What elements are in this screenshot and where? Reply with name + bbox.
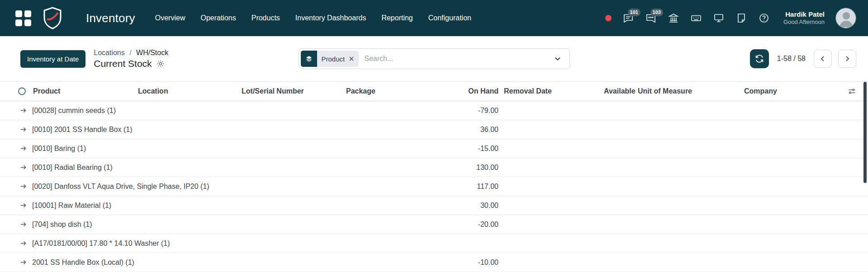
column-header-product[interactable]: Product [33,87,60,95]
table-row[interactable]: 2001 SS Handle Box (Local) (1) -10.00 [0,253,868,272]
search-facet: Product [301,51,359,67]
inventory-at-date-button[interactable]: Inventory at Date [20,50,85,68]
top-navbar: Inventory Overview Operations Products I… [0,0,868,36]
refresh-button[interactable] [750,49,769,68]
select-all-checkbox[interactable] [18,88,26,95]
menu-item-overview[interactable]: Overview [154,11,186,25]
product-cell: [00028] cummin seeds (1) [32,107,116,115]
settings-gear-icon[interactable] [157,60,165,68]
menu-item-configuration[interactable]: Configuration [427,11,472,25]
apps-grid-icon[interactable] [15,10,31,26]
pager-previous-button[interactable] [814,50,832,68]
menu-item-products[interactable]: Products [251,11,281,25]
user-menu[interactable]: Hardik Patel Good Afternoon [783,10,825,26]
recording-indicator[interactable] [605,15,612,21]
user-name: Hardik Patel [783,10,825,19]
column-header-unit-of-measure[interactable]: Unit of Measure [638,87,692,95]
product-cell: [0010] 2001 SS Handle Box (1) [32,126,132,134]
column-header-removal-date[interactable]: Removal Date [504,87,552,95]
product-cell: [0020] Danfoss VLT Aqua Drive, Single Ph… [32,183,209,191]
facet-remove-icon[interactable] [349,56,354,61]
search-dropdown-toggle[interactable] [548,51,568,67]
arrow-right-icon[interactable] [20,240,27,247]
vertical-scrollbar-thumb[interactable] [863,82,867,183]
sliders-icon [848,87,856,96]
column-header-on-hand[interactable]: On Hand [468,87,498,95]
on-hand-cell: -79.00 [478,107,498,115]
search-input[interactable] [359,55,547,63]
activities-count-badge: 103 [650,9,663,16]
on-hand-cell: -15.00 [478,145,498,153]
product-cell: [704] shop dish (1) [32,220,92,229]
table-row[interactable]: [A17/0181/00/00] 17.80 * 14.10 Washer (1… [0,234,868,253]
arrow-right-icon[interactable] [20,259,27,266]
column-header-available[interactable]: Available [604,87,636,95]
arrow-right-icon[interactable] [20,164,27,171]
page-title: Current Stock [94,58,152,69]
pager-next-button[interactable] [838,50,856,68]
breadcrumb: Locations / WH/Stock [94,49,168,57]
table-header: Product Location Lot/Serial Number Packa… [0,81,868,101]
table-row[interactable]: [10001] Raw Material (1) 30.00 [0,196,868,215]
on-hand-cell: 130.00 [476,164,498,172]
on-hand-cell: 36.00 [480,126,498,134]
arrow-right-icon[interactable] [20,107,27,114]
menu-item-operations[interactable]: Operations [199,11,237,25]
user-greeting: Good Afternoon [783,19,825,26]
notes-icon[interactable] [735,12,747,24]
product-cell: [10001] Raw Material (1) [32,202,111,210]
brand-logo-icon[interactable] [43,7,62,29]
table-body: [00028] cummin seeds (1) -79.00 [0010] 2… [0,101,868,272]
product-cell: 2001 SS Handle Box (Local) (1) [32,258,134,267]
arrow-right-icon[interactable] [20,126,27,133]
arrow-right-icon[interactable] [20,183,27,190]
user-avatar[interactable] [835,8,856,28]
column-header-location[interactable]: Location [138,87,168,95]
menu-item-inventory-dashboards[interactable]: Inventory Dashboards [294,11,367,25]
breadcrumb-separator: / [129,49,131,56]
app-title: Inventory [86,11,135,25]
layers-icon [301,51,317,67]
breadcrumb-current: WH/Stock [136,49,168,56]
pager-value[interactable]: 1-58 / 58 [777,55,806,63]
bank-icon[interactable] [668,12,679,24]
on-hand-cell: 30.00 [480,202,498,210]
on-hand-cell: -20.00 [478,220,498,229]
menu-item-reporting[interactable]: Reporting [380,11,413,25]
control-panel: Inventory at Date Locations / WH/Stock C… [0,36,868,81]
product-cell: [A17/0181/00/00] 17.80 * 14.10 Washer (1… [32,239,170,248]
column-header-company[interactable]: Company [744,87,777,95]
display-icon[interactable] [713,12,725,24]
search-bar: Product [299,48,570,69]
arrow-right-icon[interactable] [20,221,27,228]
optional-columns-toggle[interactable] [848,87,856,96]
chevron-right-icon [844,55,851,62]
messages-count-badge: 101 [628,9,640,16]
search-facet-label: Product [322,55,345,63]
on-hand-cell: -10.00 [478,258,498,267]
activities-icon[interactable]: 103 [645,12,657,24]
table-row[interactable]: [0010] 2001 SS Handle Box (1) 36.00 [0,120,868,139]
table-row[interactable]: [0010] Baring (1) -15.00 [0,139,868,158]
table-row[interactable]: [0010] Radial Bearing (1) 130.00 [0,158,868,177]
product-cell: [0010] Baring (1) [32,145,86,153]
arrow-right-icon[interactable] [20,145,27,152]
chevron-left-icon [819,55,826,62]
table-row[interactable]: [00028] cummin seeds (1) -79.00 [0,101,868,120]
product-cell: [0010] Radial Bearing (1) [32,164,113,172]
keyboard-icon[interactable] [690,12,702,24]
main-menu: Overview Operations Products Inventory D… [154,11,472,25]
help-icon[interactable] [758,12,770,24]
sync-icon [754,54,764,64]
column-header-package[interactable]: Package [346,87,375,95]
on-hand-cell: 117.00 [477,183,498,191]
breadcrumb-parent-link[interactable]: Locations [94,49,125,56]
column-header-lot-serial[interactable]: Lot/Serial Number [242,87,304,95]
arrow-right-icon[interactable] [20,202,27,209]
messages-icon[interactable]: 101 [622,12,634,24]
table-row[interactable]: [704] shop dish (1) -20.00 [0,215,868,234]
table-row[interactable]: [0020] Danfoss VLT Aqua Drive, Single Ph… [0,177,868,196]
